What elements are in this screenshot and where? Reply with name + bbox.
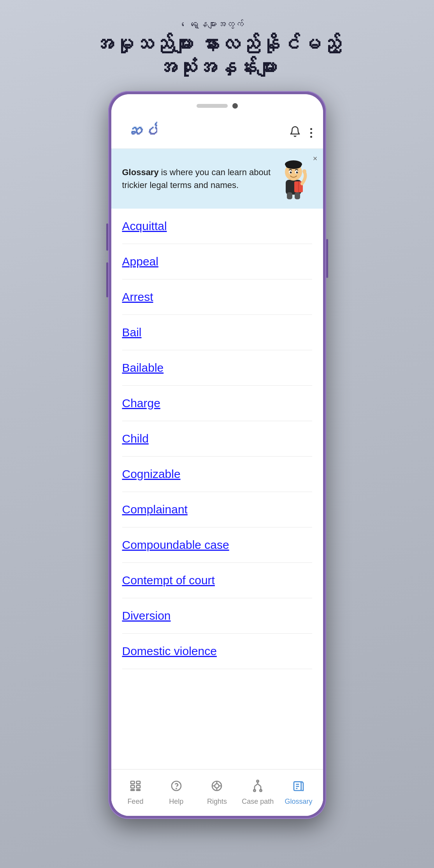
notch — [197, 103, 238, 109]
banner-text: Glossary is where you can learn about tr… — [122, 166, 274, 192]
svg-point-10 — [296, 171, 298, 173]
glossary-item[interactable]: Appeal — [122, 244, 312, 279]
nav-feed[interactable]: Feed — [115, 780, 156, 806]
info-banner: Glossary is where you can learn about tr… — [111, 149, 323, 209]
phone-shell: ဆပ်ပု — [108, 91, 326, 819]
app-header: ဆပ်ပု — [111, 118, 323, 149]
app-logo: ဆပ်ပု — [122, 120, 157, 145]
glossary-item[interactable]: Contempt of court — [122, 563, 312, 598]
help-icon — [170, 780, 183, 795]
feed-icon — [129, 780, 142, 795]
nav-casepath[interactable]: Case path — [237, 780, 278, 806]
glossary-term-link[interactable]: Cognizable — [122, 467, 181, 480]
glossary-term-link[interactable]: Contempt of court — [122, 574, 215, 587]
vol-down-button[interactable] — [106, 262, 108, 297]
glossary-item[interactable]: Arrest — [122, 279, 312, 315]
nav-help[interactable]: Help — [156, 780, 197, 806]
glossary-term-link[interactable]: Child — [122, 432, 149, 445]
glossary-item[interactable]: Compoundable case — [122, 527, 312, 563]
more-options-icon[interactable] — [310, 128, 312, 138]
nav-rights[interactable]: Rights — [197, 780, 237, 806]
glossary-item[interactable]: Cognizable — [122, 457, 312, 492]
svg-point-23 — [215, 784, 219, 788]
svg-rect-17 — [137, 785, 140, 788]
glossary-item[interactable]: Bail — [122, 315, 312, 350]
bottom-nav: Feed Help — [111, 769, 323, 816]
glossary-label: Glossary — [285, 798, 313, 806]
glossary-item[interactable]: Diversion — [122, 598, 312, 634]
svg-rect-12 — [287, 192, 292, 199]
glossary-item[interactable]: Complainant — [122, 492, 312, 527]
glossary-item[interactable]: Charge — [122, 386, 312, 421]
svg-rect-15 — [137, 781, 140, 784]
svg-point-21 — [176, 788, 176, 789]
svg-rect-18 — [131, 789, 134, 791]
rights-label: Rights — [207, 798, 227, 806]
front-camera — [232, 103, 238, 109]
glossary-term-link[interactable]: Bail — [122, 326, 142, 339]
banner-bold: Glossary — [122, 167, 159, 177]
feed-label: Feed — [127, 798, 143, 806]
bell-icon[interactable] — [289, 126, 301, 140]
status-bar — [111, 94, 323, 118]
banner-close-button[interactable]: × — [313, 154, 318, 163]
phone-screen: ဆပ်ပု — [111, 94, 323, 816]
casepath-icon — [251, 780, 264, 795]
vol-up-button[interactable] — [106, 223, 108, 251]
header-actions — [289, 126, 312, 140]
svg-rect-14 — [131, 781, 134, 784]
glossary-list: AcquittalAppealArrestBailBailableChargeC… — [111, 209, 323, 769]
svg-point-9 — [290, 171, 292, 173]
header-title: အမှုသည်များ နားလည်နိုင်မည့် အသုံးအနှန်းမ… — [93, 33, 340, 79]
character-illustration — [274, 157, 313, 200]
power-button[interactable] — [326, 239, 328, 278]
glossary-item[interactable]: Bailable — [122, 350, 312, 386]
nav-glossary[interactable]: Glossary — [278, 780, 319, 806]
glossary-term-link[interactable]: Compoundable case — [122, 538, 229, 551]
app-content: ဆပ်ပု — [111, 118, 323, 816]
svg-point-6 — [286, 163, 301, 169]
glossary-icon — [292, 780, 305, 795]
glossary-term-link[interactable]: Complainant — [122, 503, 188, 516]
glossary-term-link[interactable]: Appeal — [122, 255, 158, 268]
glossary-term-link[interactable]: Arrest — [122, 290, 153, 303]
casepath-label: Case path — [242, 798, 274, 806]
svg-text:ဆပ်ပု: ဆပ်ပု — [124, 121, 157, 140]
svg-point-11 — [302, 169, 306, 173]
glossary-term-link[interactable]: Charge — [122, 397, 160, 409]
glossary-item[interactable]: Acquittal — [122, 209, 312, 244]
page-header: ရှေ့နေများအတွက် အမှုသည်များ နားလည်နိုင်မ… — [86, 0, 348, 91]
svg-rect-16 — [131, 785, 134, 788]
glossary-term-link[interactable]: Diversion — [122, 609, 171, 622]
rights-icon — [211, 780, 223, 795]
svg-rect-13 — [295, 192, 300, 199]
glossary-item[interactable]: Domestic violence — [122, 634, 312, 669]
header-subtitle: ရှေ့နေများအတွက် — [93, 19, 340, 30]
glossary-term-link[interactable]: Domestic violence — [122, 645, 217, 657]
speaker — [197, 104, 228, 108]
glossary-term-link[interactable]: Acquittal — [122, 220, 167, 232]
svg-rect-19 — [137, 789, 140, 791]
help-label: Help — [169, 798, 183, 806]
glossary-item[interactable]: Child — [122, 421, 312, 457]
glossary-term-link[interactable]: Bailable — [122, 361, 164, 374]
